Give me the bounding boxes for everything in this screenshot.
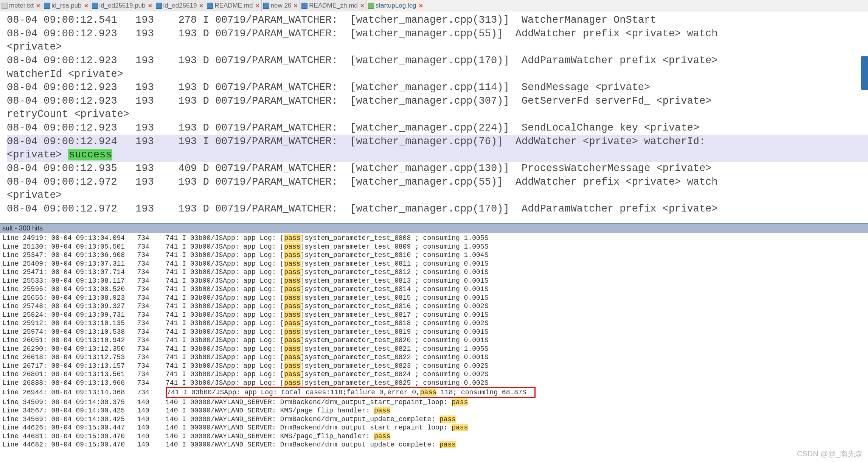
search-result-line[interactable]: Line 44682: 08-04 09:15:00.470 140 140 I… [2, 440, 868, 449]
log-line[interactable]: 08-04 09:00:12.935 193 409 D 00719/PARAM… [7, 162, 868, 176]
close-icon[interactable]: ✕ [293, 3, 298, 9]
search-result-line[interactable]: Line 25912: 08-04 09:13:10.135 734 741 I… [2, 319, 868, 328]
tab-readme-md[interactable]: README.md✕ [205, 0, 261, 11]
search-result-line[interactable]: Line 25974: 08-04 09:13:10.538 734 741 I… [2, 328, 868, 336]
highlight-pass: pass [284, 336, 300, 344]
file-icon [368, 3, 374, 9]
highlight-pass: pass [452, 424, 468, 431]
tab-id-ed25519-pub[interactable]: id_ed25519.pub✕ [90, 0, 154, 11]
close-icon[interactable]: ✕ [148, 3, 152, 9]
log-line[interactable]: <private> [7, 40, 868, 54]
highlight-pass: pass [284, 345, 300, 353]
search-result-line[interactable]: Line 25824: 08-04 09:13:09.731 734 741 I… [2, 311, 868, 319]
highlight-pass: pass [284, 370, 300, 378]
tab-bar: meter.txt✕id_rsa.pub✕id_ed25519.pub✕id_e… [0, 0, 868, 11]
tab-label: id_ed25519 [163, 2, 197, 9]
search-result-line[interactable]: Line 26801: 08-04 09:13:13.561 734 741 I… [2, 370, 868, 379]
search-result-line[interactable]: Line 26717: 08-04 09:13:13.157 734 741 I… [2, 362, 868, 370]
search-result-line[interactable]: Line 25595: 08-04 09:13:08.520 734 741 I… [2, 285, 868, 294]
search-result-line[interactable]: Line 24919: 08-04 09:13:04.094 734 741 I… [2, 234, 868, 243]
tab-label: meter.txt [9, 2, 34, 9]
highlight-pass: pass [284, 251, 300, 259]
log-line[interactable]: 08-04 09:00:12.972 193 193 D 00719/PARAM… [7, 176, 868, 189]
close-icon[interactable]: ✕ [84, 3, 89, 9]
tab-meter-txt[interactable]: meter.txt✕ [0, 0, 42, 11]
highlight-pass: pass [439, 441, 456, 448]
search-result-line[interactable]: Line 26944: 08-04 09:13:14.368 734 741 I… [2, 387, 868, 398]
search-result-line[interactable]: Line 34567: 08-04 09:14:00.425 140 140 I… [2, 406, 868, 415]
file-icon [2, 3, 8, 9]
file-icon [156, 3, 162, 9]
close-icon[interactable]: ✕ [255, 3, 260, 9]
log-line[interactable]: <private> success [7, 148, 868, 162]
search-result-line[interactable]: Line 44681: 08-04 09:15:00.470 140 140 I… [2, 432, 868, 441]
close-icon[interactable]: ✕ [360, 3, 365, 9]
highlight-pass: pass [284, 294, 300, 302]
highlight-pass: pass [374, 432, 390, 440]
log-line[interactable]: 08-04 09:00:12.923 193 193 D 00719/PARAM… [7, 95, 868, 108]
highlight-success: success [68, 149, 112, 160]
highlight-pass: pass [284, 353, 300, 361]
file-icon [207, 3, 213, 9]
tab-label: id_ed25519.pub [99, 2, 146, 9]
file-icon [44, 3, 50, 9]
summary-highlight-box: 741 I 03b00/JSApp: app Log: total cases:… [166, 387, 536, 398]
tab-startuplog-log[interactable]: startupLog.log✕ [366, 0, 425, 11]
highlight-pass: pass [284, 311, 300, 319]
search-result-line[interactable]: Line 44626: 08-04 09:15:00.447 140 140 I… [2, 423, 868, 432]
tab-label: id_rsa.pub [51, 2, 81, 9]
highlight-pass: pass [284, 268, 300, 276]
log-line[interactable]: 08-04 09:00:12.923 193 193 D 00719/PARAM… [7, 27, 868, 41]
search-result-line[interactable]: Line 26888: 08-04 09:13:13.966 734 741 I… [2, 379, 868, 387]
search-result-line[interactable]: Line 25748: 08-04 09:13:09.327 734 741 I… [2, 302, 868, 311]
watermark: CSDN @@_南先森 [797, 449, 863, 459]
log-line[interactable]: 08-04 09:00:12.972 193 193 D 00719/PARAM… [7, 202, 868, 216]
highlight-pass: pass [284, 243, 300, 250]
file-icon [301, 3, 307, 9]
search-result-line[interactable]: Line 25347: 08-04 09:13:06.908 734 741 I… [2, 251, 868, 260]
search-results-header: sult - 300 hits [0, 223, 868, 233]
search-results-pane[interactable]: Line 24919: 08-04 09:13:04.094 734 741 I… [0, 233, 868, 460]
search-result-line[interactable]: Line 25130: 08-04 09:13:05.501 734 741 I… [2, 243, 868, 251]
log-line[interactable]: <private> [7, 189, 868, 202]
highlight-pass: pass [284, 277, 300, 285]
tab-label: new 26 [271, 2, 292, 9]
tab-new-26[interactable]: new 26✕ [262, 0, 300, 11]
log-line[interactable]: 08-04 09:00:12.923 193 193 D 00719/PARAM… [7, 121, 868, 135]
search-result-line[interactable]: Line 25655: 08-04 09:13:08.923 734 741 I… [2, 294, 868, 302]
highlight-pass: pass [452, 398, 468, 406]
highlight-pass: pass [420, 389, 436, 396]
scrollbar-thumb[interactable] [861, 56, 868, 90]
highlight-pass: pass [374, 407, 390, 414]
search-result-line[interactable]: Line 26618: 08-04 09:13:12.753 734 741 I… [2, 353, 868, 362]
highlight-pass: pass [284, 260, 300, 268]
search-result-line[interactable]: Line 26290: 08-04 09:13:12.350 734 741 I… [2, 345, 868, 353]
tab-label: startupLog.log [376, 2, 416, 9]
highlight-pass: pass [284, 285, 300, 293]
log-line[interactable]: 08-04 09:00:12.541 193 278 I 00719/PARAM… [7, 14, 868, 27]
search-result-line[interactable]: Line 26051: 08-04 09:13:10.942 734 741 I… [2, 336, 868, 345]
log-line[interactable]: watcherId <private> [7, 68, 868, 81]
close-icon[interactable]: ✕ [36, 3, 40, 9]
search-result-line[interactable]: Line 34509: 08-04 09:14:00.375 140 140 I… [2, 398, 868, 407]
tab-readme-zh-md[interactable]: README_zh.md✕ [300, 0, 366, 11]
highlight-pass: pass [284, 302, 300, 310]
search-result-line[interactable]: Line 25533: 08-04 09:13:08.117 734 741 I… [2, 277, 868, 285]
log-line[interactable]: 08-04 09:00:12.923 193 193 D 00719/PARAM… [7, 81, 868, 95]
tab-id-ed25519[interactable]: id_ed25519✕ [154, 0, 206, 11]
tab-id-rsa-pub[interactable]: id_rsa.pub✕ [42, 0, 90, 11]
tab-label: README_zh.md [309, 2, 357, 9]
search-result-line[interactable]: Line 25471: 08-04 09:13:07.714 734 741 I… [2, 268, 868, 277]
close-icon[interactable]: ✕ [419, 3, 423, 9]
file-icon [263, 3, 269, 9]
log-line[interactable]: retryCount <private> [7, 108, 868, 121]
highlight-pass: pass [284, 362, 300, 370]
log-line[interactable]: 08-04 09:00:12.924 193 193 I 00719/PARAM… [7, 135, 868, 149]
close-icon[interactable]: ✕ [199, 3, 203, 9]
editor-pane[interactable]: 08-04 09:00:12.541 193 278 I 00719/PARAM… [0, 11, 868, 223]
log-line[interactable]: 08-04 09:00:12.923 193 193 D 00719/PARAM… [7, 54, 868, 68]
search-result-line[interactable]: Line 25409: 08-04 09:13:07.311 734 741 I… [2, 260, 868, 268]
file-icon [92, 3, 98, 9]
highlight-pass: pass [284, 379, 300, 387]
search-result-line[interactable]: Line 34569: 08-04 09:14:00.425 140 140 I… [2, 415, 868, 424]
